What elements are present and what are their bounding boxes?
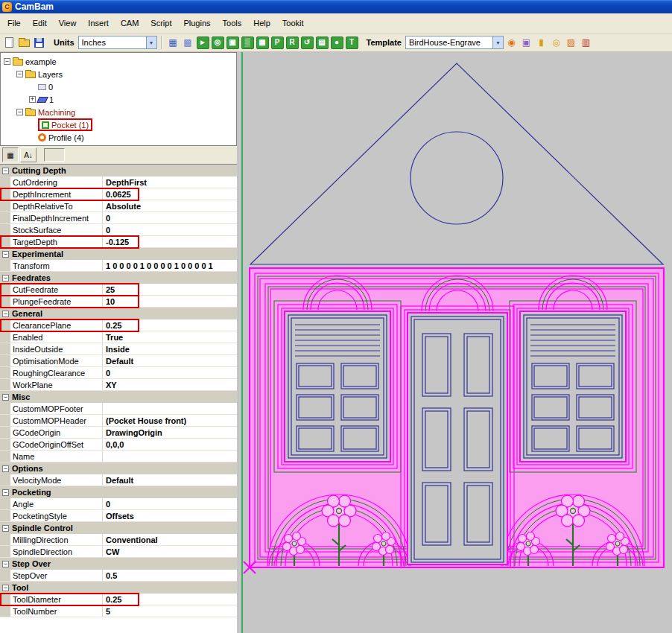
- property-value[interactable]: (Pocket House front): [103, 415, 237, 426]
- property-value[interactable]: True: [103, 331, 237, 343]
- engrave-op-icon[interactable]: ▤: [316, 36, 329, 49]
- menu-cam[interactable]: CAM: [115, 16, 145, 31]
- property-row-stepover[interactable]: StepOver0.5: [0, 570, 237, 582]
- property-row-custommopfooter[interactable]: CustomMOPFooter: [0, 403, 237, 415]
- property-row-angle[interactable]: Angle0: [0, 498, 237, 510]
- property-value[interactable]: 0: [103, 498, 237, 509]
- property-row-spindledirection[interactable]: SpindleDirectionCW: [0, 546, 237, 558]
- property-row-pocketingstyle[interactable]: PocketingStyleOffsets: [0, 510, 237, 522]
- property-value[interactable]: [103, 403, 237, 414]
- collapse-icon[interactable]: −: [2, 251, 9, 258]
- profile-op-icon[interactable]: R: [286, 36, 299, 49]
- point-list-icon[interactable]: ▒: [241, 36, 254, 49]
- property-value[interactable]: Inside: [103, 343, 237, 354]
- drawing-canvas[interactable]: [237, 52, 672, 633]
- property-category-misc[interactable]: −Misc: [0, 391, 237, 403]
- property-row-depthincrement[interactable]: DepthIncrement0.0625: [0, 188, 237, 200]
- property-value[interactable]: 0: [103, 212, 237, 223]
- chevron-down-icon[interactable]: ▼: [492, 36, 503, 48]
- property-value[interactable]: 25: [103, 284, 237, 295]
- stock-icon[interactable]: ▣: [226, 36, 239, 49]
- collapse-icon[interactable]: −: [2, 489, 9, 496]
- collapse-icon[interactable]: −: [16, 109, 23, 115]
- property-category-spindle-control[interactable]: −Spindle Control: [0, 522, 237, 534]
- tree-item-example[interactable]: −example: [1, 55, 236, 68]
- save-file-icon[interactable]: [32, 36, 46, 50]
- property-value[interactable]: 0: [103, 224, 237, 235]
- property-row-plungefeedrate[interactable]: PlungeFeedrate10: [0, 296, 237, 308]
- post-processor-icon[interactable]: ▨: [564, 36, 578, 50]
- menu-insert[interactable]: Insert: [82, 16, 115, 31]
- menu-plugins[interactable]: Plugins: [177, 16, 216, 31]
- new-file-icon[interactable]: [2, 36, 16, 50]
- property-row-transform[interactable]: Transform1 0 0 0 0 1 0 0 0 0 1 0 0 0 0 1: [0, 260, 237, 272]
- speeds-feeds-icon[interactable]: ◎: [549, 36, 563, 50]
- menu-script[interactable]: Script: [145, 16, 177, 31]
- property-value[interactable]: 0,0,0: [103, 439, 237, 450]
- open-file-icon[interactable]: [17, 36, 31, 50]
- collapse-icon[interactable]: −: [16, 71, 23, 77]
- property-value[interactable]: 0.5: [103, 570, 237, 581]
- collapse-icon[interactable]: −: [2, 168, 9, 174]
- property-category-pocketing[interactable]: −Pocketing: [0, 486, 237, 498]
- property-row-name[interactable]: Name: [0, 451, 237, 462]
- property-row-millingdirection[interactable]: MillingDirectionConventional: [0, 534, 237, 546]
- property-category-step-over[interactable]: −Step Over: [0, 558, 237, 570]
- property-row-roughingclearance[interactable]: RoughingClearance0: [0, 367, 237, 379]
- property-category-experimental[interactable]: −Experimental: [0, 248, 237, 260]
- menu-help[interactable]: Help: [247, 16, 276, 31]
- collapse-icon[interactable]: −: [2, 561, 9, 567]
- property-value[interactable]: [103, 451, 237, 462]
- property-value[interactable]: 1 0 0 0 0 1 0 0 0 0 1 0 0 0 0 1: [103, 260, 237, 271]
- property-row-stocksurface[interactable]: StockSurface0: [0, 224, 237, 236]
- property-row-enabled[interactable]: EnabledTrue: [0, 331, 237, 343]
- simulate-icon[interactable]: ◉: [504, 36, 519, 50]
- property-value[interactable]: 0.0625: [103, 188, 237, 200]
- menu-view[interactable]: View: [53, 16, 83, 31]
- collapse-icon[interactable]: −: [2, 311, 9, 317]
- collapse-icon[interactable]: −: [2, 465, 9, 472]
- property-value[interactable]: 10: [103, 296, 237, 307]
- tool-library-icon[interactable]: ▮: [534, 36, 548, 50]
- property-row-cutordering[interactable]: CutOrderingDepthFirst: [0, 176, 237, 188]
- property-row-clearanceplane[interactable]: ClearancePlane0.25: [0, 319, 237, 331]
- property-row-velocitymode[interactable]: VelocityModeDefault: [0, 474, 237, 486]
- property-value[interactable]: DrawingOrigin: [103, 427, 237, 438]
- gcode-output-icon[interactable]: ▥: [579, 36, 593, 50]
- property-row-cutfeedrate[interactable]: CutFeedrate25: [0, 284, 237, 296]
- property-value[interactable]: -0.125: [103, 236, 237, 247]
- property-category-options[interactable]: −Options: [0, 462, 237, 474]
- property-row-workplane[interactable]: WorkPlaneXY: [0, 379, 237, 391]
- property-value[interactable]: Default: [103, 355, 237, 366]
- surface-mesh-icon[interactable]: ▦: [256, 36, 269, 49]
- tree-item-0[interactable]: 0: [1, 80, 236, 93]
- property-category-general[interactable]: −General: [0, 308, 237, 319]
- property-row-gcodeorigin[interactable]: GCodeOriginDrawingOrigin: [0, 427, 237, 439]
- collapse-icon[interactable]: −: [2, 585, 9, 591]
- property-row-custommopheader[interactable]: CustomMOPHeader(Pocket House front): [0, 415, 237, 427]
- house-outline[interactable]: [250, 63, 663, 264]
- collapse-icon[interactable]: −: [2, 525, 9, 532]
- property-value[interactable]: XY: [103, 379, 237, 390]
- display-options-icon[interactable]: ▣: [519, 36, 533, 50]
- property-value[interactable]: 0.25: [103, 594, 237, 605]
- regenerate-toolpath-icon[interactable]: ↺: [301, 36, 314, 49]
- property-category-feedrates[interactable]: −Feedrates: [0, 272, 237, 284]
- menu-edit[interactable]: Edit: [27, 16, 53, 31]
- drawing-area[interactable]: [237, 52, 672, 633]
- machine-play-icon[interactable]: ►: [197, 36, 209, 49]
- property-value[interactable]: Conventional: [103, 534, 237, 545]
- tree-item-pocket-1-[interactable]: Pocket (1): [1, 118, 236, 131]
- tree-item-layers[interactable]: −Layers: [1, 68, 236, 80]
- property-value[interactable]: CW: [103, 546, 237, 557]
- menu-tookit[interactable]: Tookit: [276, 16, 310, 31]
- property-row-gcodeoriginoffset[interactable]: GCodeOriginOffSet0,0,0: [0, 439, 237, 451]
- drill-op-icon[interactable]: ●: [331, 36, 343, 49]
- property-row-targetdepth[interactable]: TargetDepth-0.125: [0, 236, 237, 248]
- title-bar[interactable]: C CamBam: [0, 0, 672, 13]
- collapse-icon[interactable]: −: [4, 58, 10, 65]
- property-value[interactable]: Absolute: [103, 200, 237, 211]
- left-window[interactable]: [274, 301, 401, 472]
- tree-item-profile-4-[interactable]: Profile (4): [1, 131, 236, 144]
- right-window[interactable]: [510, 301, 636, 472]
